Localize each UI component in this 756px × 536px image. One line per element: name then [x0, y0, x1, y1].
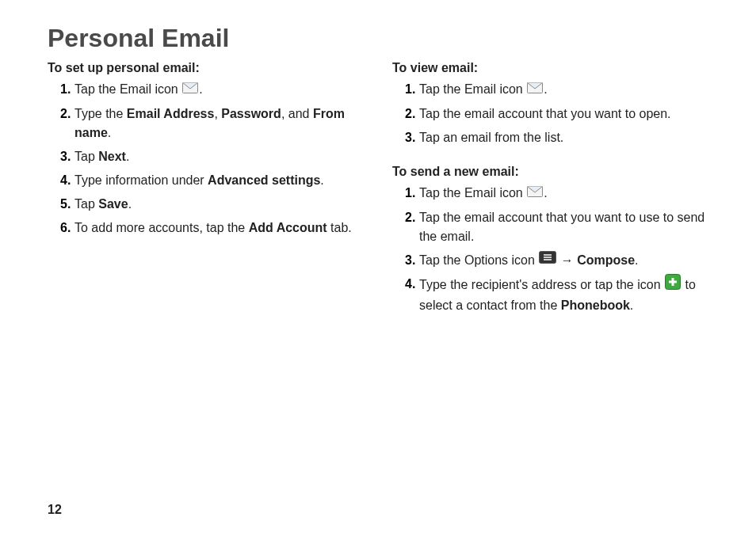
text: Type the — [74, 107, 127, 120]
email-icon — [527, 80, 543, 99]
list-item: Type the recipient's address or tap the … — [405, 275, 708, 315]
bold-text: Add Account — [249, 221, 327, 234]
email-icon — [527, 184, 543, 203]
page-title: Personal Email — [48, 24, 708, 53]
column-left: To set up personal email: Tap the Email … — [48, 61, 364, 326]
text: Tap the email account that you want to o… — [419, 107, 671, 120]
text: Tap an email from the list. — [419, 131, 563, 144]
bold-text: Email Address — [127, 107, 215, 120]
list-item: Tap an email from the list. — [405, 128, 708, 147]
text: Tap the Options icon — [419, 253, 538, 267]
text: Tap — [74, 197, 98, 211]
text: , — [214, 107, 221, 120]
heading-setup: To set up personal email: — [48, 61, 364, 75]
list-item: Tap the Email icon . — [405, 80, 708, 100]
text: Tap — [74, 150, 98, 163]
text: → — [557, 253, 577, 267]
list-item: Tap the Email icon . — [405, 184, 708, 203]
email-icon — [182, 80, 198, 99]
list-item: Type the Email Address, Password, and Fr… — [60, 105, 364, 143]
list-item: Tap Next. — [60, 147, 364, 166]
text: Tap the Email icon — [419, 82, 526, 96]
text: . — [544, 82, 547, 96]
text: Tap the Email icon — [74, 82, 181, 96]
text: . — [544, 186, 547, 200]
text: . — [108, 126, 111, 139]
list-item: Tap the Email icon . — [60, 80, 364, 100]
add-contact-icon — [665, 274, 681, 295]
text: . — [199, 82, 202, 96]
list-item: Tap the email account that you want to o… — [405, 105, 708, 124]
bold-text: Advanced settings — [208, 173, 320, 187]
bold-text: Compose — [577, 253, 635, 267]
list-item: To add more accounts, tap the Add Accoun… — [60, 219, 364, 238]
heading-view: To view email: — [392, 61, 708, 75]
text: To add more accounts, tap the — [74, 221, 249, 234]
text: . — [126, 150, 129, 163]
text: , and — [281, 107, 313, 120]
bold-text: Save — [98, 197, 128, 211]
bold-text: Password — [221, 107, 281, 120]
text: . — [320, 173, 323, 187]
page-number: 12 — [48, 503, 62, 517]
text: Tap the Email icon — [419, 186, 526, 200]
heading-send: To send a new email: — [392, 165, 708, 179]
text: . — [128, 197, 132, 211]
text: tab. — [327, 221, 352, 234]
text: Type information under — [74, 173, 208, 187]
list-item: Type information under Advanced settings… — [60, 171, 364, 190]
text: Tap the email account that you want to u… — [419, 211, 704, 243]
text: . — [635, 253, 638, 267]
bold-text: Next — [98, 150, 126, 163]
list-setup: Tap the Email icon . Type the Email Addr… — [48, 80, 364, 238]
text: Type the recipient's address or tap the … — [419, 278, 664, 291]
list-item: Tap the Options icon → Compose. — [405, 251, 708, 271]
bold-text: Phonebook — [561, 298, 630, 312]
text: . — [630, 298, 633, 312]
options-icon — [539, 250, 556, 269]
column-right: To view email: Tap the Email icon . Tap … — [392, 61, 708, 326]
list-send: Tap the Email icon . Tap the email accou… — [392, 184, 708, 316]
list-item: Tap the email account that you want to u… — [405, 208, 708, 246]
list-view: Tap the Email icon . Tap the email accou… — [392, 80, 708, 147]
list-item: Tap Save. — [60, 195, 364, 214]
